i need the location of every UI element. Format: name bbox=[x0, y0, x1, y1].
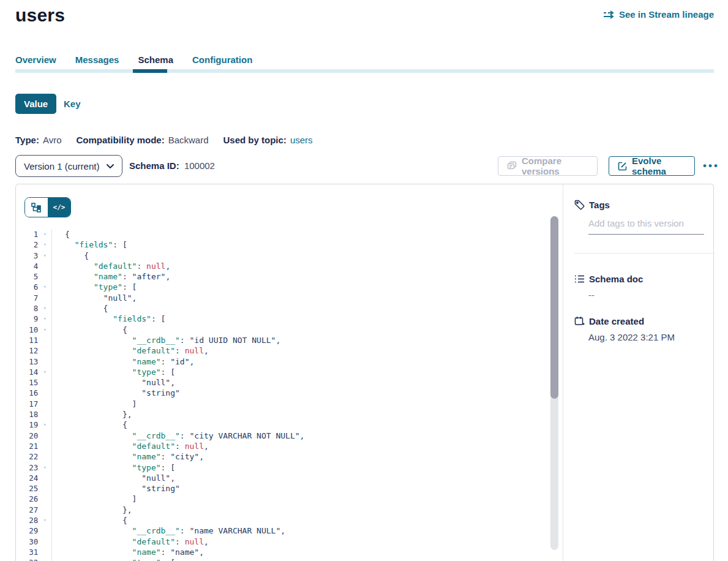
scrollbar-track[interactable] bbox=[550, 216, 558, 550]
fold-toggle-icon bbox=[38, 293, 51, 303]
code-text: { bbox=[52, 229, 70, 239]
code-line: 30 "default": null, bbox=[16, 537, 549, 547]
fold-toggle-icon bbox=[38, 345, 51, 356]
schema-id-value: 100002 bbox=[184, 160, 215, 171]
code-line: 32▾ "type": [ bbox=[16, 557, 549, 561]
line-number: 9 bbox=[16, 314, 38, 324]
topic-link[interactable]: users bbox=[290, 135, 313, 145]
code-line: 27 }, bbox=[16, 505, 549, 515]
schema-panel: </> 1▾{2▾ "fields": [3▾ {4 "default": nu… bbox=[15, 184, 714, 561]
tags-input[interactable] bbox=[588, 218, 704, 235]
line-number: 27 bbox=[16, 505, 38, 515]
fold-toggle-icon[interactable]: ▾ bbox=[38, 303, 51, 314]
schema-doc-section: Schema doc -- bbox=[574, 274, 715, 300]
code-lines: 1▾{2▾ "fields": [3▾ {4 "default": null,5… bbox=[16, 229, 549, 561]
tab-schema[interactable]: Schema bbox=[138, 55, 173, 70]
line-number: 30 bbox=[16, 537, 38, 547]
fold-toggle-icon[interactable]: ▾ bbox=[38, 239, 51, 250]
code-line: 23▾ "type": [ bbox=[16, 462, 549, 473]
fold-toggle-icon bbox=[38, 409, 51, 420]
tags-title: Tags bbox=[589, 200, 610, 210]
line-number: 20 bbox=[16, 431, 38, 441]
line-number: 19 bbox=[16, 420, 38, 430]
code-text: "name": "id", bbox=[52, 356, 194, 367]
schema-meta-row: Type: Avro Compatibility mode: Backward … bbox=[15, 135, 313, 145]
view-toggle: </> bbox=[24, 197, 71, 217]
code-text: "__crdb__": "city VARCHAR NOT NULL", bbox=[52, 431, 304, 441]
fold-toggle-icon bbox=[38, 335, 51, 345]
chevron-down-icon bbox=[107, 164, 114, 168]
fold-toggle-icon[interactable]: ▾ bbox=[38, 420, 51, 430]
compare-versions-button[interactable]: Compare versions bbox=[498, 156, 598, 176]
code-text: "name": "name", bbox=[52, 547, 204, 557]
evolve-schema-button[interactable]: Evolve schema bbox=[609, 156, 695, 176]
calendar-add-icon bbox=[574, 316, 585, 326]
tab-messages[interactable]: Messages bbox=[75, 55, 119, 70]
code-text: "null", bbox=[52, 473, 175, 483]
fold-toggle-icon bbox=[38, 441, 51, 451]
tags-section: Tags bbox=[574, 200, 715, 254]
evolve-schema-label: Evolve schema bbox=[632, 156, 686, 176]
copy-icon bbox=[507, 161, 517, 171]
fold-toggle-icon[interactable]: ▾ bbox=[38, 314, 51, 324]
code-text: "null", bbox=[52, 293, 137, 303]
used-by-topic-label: Used by topic: bbox=[223, 135, 287, 145]
code-line: 22 "name": "city", bbox=[16, 451, 549, 462]
code-line: 24 "null", bbox=[16, 473, 549, 483]
tab-configuration[interactable]: Configuration bbox=[192, 55, 252, 70]
code-text: "type": [ bbox=[52, 367, 175, 377]
value-toggle-button[interactable]: Value bbox=[15, 94, 56, 114]
code-view-icon: </> bbox=[53, 203, 66, 211]
code-line: 2▾ "fields": [ bbox=[16, 239, 549, 250]
line-number: 1 bbox=[16, 229, 38, 239]
code-text: "string" bbox=[52, 483, 180, 494]
fold-toggle-icon[interactable]: ▾ bbox=[38, 229, 51, 239]
code-line: 28▾ { bbox=[16, 515, 549, 525]
code-text: { bbox=[52, 420, 127, 430]
stream-lineage-link[interactable]: See in Stream lineage bbox=[603, 9, 714, 20]
fold-toggle-icon[interactable]: ▾ bbox=[38, 557, 51, 561]
schema-id: Schema ID: 100002 bbox=[129, 160, 215, 171]
fold-toggle-icon bbox=[38, 261, 51, 271]
more-options-button[interactable]: ••• bbox=[703, 156, 719, 176]
stream-lineage-label: See in Stream lineage bbox=[619, 9, 714, 20]
fold-toggle-icon[interactable]: ▾ bbox=[38, 325, 51, 335]
line-number: 7 bbox=[16, 293, 38, 303]
line-number: 8 bbox=[16, 303, 38, 314]
code-text: "__crdb__": "name VARCHAR NULL", bbox=[52, 525, 285, 536]
fold-toggle-icon bbox=[38, 399, 51, 409]
code-view-button[interactable]: </> bbox=[48, 198, 70, 217]
compatibility-value: Backward bbox=[168, 135, 209, 145]
tab-overview[interactable]: Overview bbox=[15, 55, 56, 70]
fold-toggle-icon bbox=[38, 525, 51, 536]
code-text: "name": "after", bbox=[52, 271, 170, 282]
code-line: 8▾ { bbox=[16, 303, 549, 314]
line-number: 28 bbox=[16, 515, 38, 525]
line-number: 29 bbox=[16, 525, 38, 536]
edit-icon bbox=[618, 162, 627, 171]
line-number: 4 bbox=[16, 261, 38, 271]
schema-sidebar: Tags Schema doc -- bbox=[563, 184, 715, 342]
code-line: 18 }, bbox=[16, 409, 549, 420]
code-text: "name": "city", bbox=[52, 451, 204, 462]
code-text: "type": [ bbox=[52, 557, 175, 561]
line-number: 24 bbox=[16, 473, 38, 483]
code-text: { bbox=[52, 515, 127, 525]
fold-toggle-icon bbox=[38, 547, 51, 557]
fold-toggle-icon[interactable]: ▾ bbox=[38, 250, 51, 261]
line-number: 32 bbox=[16, 557, 38, 561]
fold-toggle-icon bbox=[38, 377, 51, 388]
scrollbar-thumb[interactable] bbox=[550, 216, 558, 399]
fold-toggle-icon[interactable]: ▾ bbox=[38, 515, 51, 525]
schema-doc-title: Schema doc bbox=[589, 274, 643, 284]
version-select[interactable]: Version 1 (current) bbox=[15, 155, 122, 177]
key-toggle-button[interactable]: Key bbox=[64, 99, 81, 109]
tree-view-button[interactable] bbox=[25, 198, 48, 217]
line-number: 25 bbox=[16, 483, 38, 494]
fold-toggle-icon bbox=[38, 537, 51, 547]
fold-toggle-icon[interactable]: ▾ bbox=[38, 282, 51, 292]
schema-doc-value: -- bbox=[588, 290, 715, 300]
fold-toggle-icon[interactable]: ▾ bbox=[38, 367, 51, 377]
fold-toggle-icon[interactable]: ▾ bbox=[38, 462, 51, 473]
code-text: "type": [ bbox=[52, 282, 137, 292]
